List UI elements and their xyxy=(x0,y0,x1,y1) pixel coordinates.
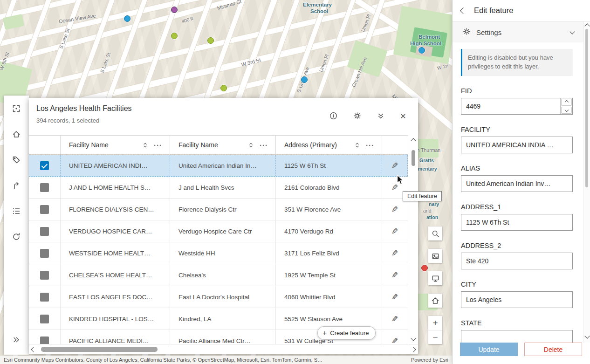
table-cell[interactable]: VERDUGO HOSPICE CAR… xyxy=(61,220,170,242)
table-cell[interactable]: United American Indian In… xyxy=(170,155,276,176)
edit-row-icon[interactable]: ✎ xyxy=(391,205,398,214)
back-icon[interactable] xyxy=(453,0,474,21)
column-menu-icon[interactable]: ··· xyxy=(366,141,374,149)
field-input-alias[interactable]: United American Indian Inv… xyxy=(461,175,573,192)
table-row[interactable]: VERDUGO HOSPICE CAR…Verdugo Hospice Care… xyxy=(29,220,408,242)
table-row[interactable]: EAST LOS ANGELES DOC…East LA Doctor's Ho… xyxy=(29,286,408,308)
stepper-up-icon[interactable] xyxy=(561,99,572,106)
map-point[interactable] xyxy=(207,37,214,44)
table-cell[interactable]: 2161 Colorado Blvd xyxy=(276,177,382,198)
collapse-panel-icon[interactable] xyxy=(377,112,384,120)
edit-row-icon[interactable]: ✎ xyxy=(391,227,398,236)
column-header[interactable]: Address (Primary)··· xyxy=(276,136,382,154)
create-feature-button[interactable]: + Create feature xyxy=(317,326,376,340)
stepper-down-icon[interactable] xyxy=(561,107,572,114)
field-input-address_2[interactable]: Ste 420 xyxy=(461,253,573,269)
search-icon[interactable] xyxy=(428,227,442,240)
sort-icon[interactable] xyxy=(354,142,360,148)
column-header[interactable]: Facility Name··· xyxy=(61,136,170,154)
screenshot-icon[interactable] xyxy=(428,249,442,263)
row-checkbox[interactable] xyxy=(40,161,49,170)
update-button[interactable]: Update xyxy=(460,343,518,356)
map-point[interactable] xyxy=(418,47,425,54)
table-cell[interactable]: J and L Health Svcs xyxy=(170,177,276,198)
monitor-icon[interactable] xyxy=(428,271,442,285)
horizontal-scroll-track[interactable] xyxy=(38,344,409,354)
map-point[interactable] xyxy=(301,76,308,83)
table-cell[interactable]: 4170 Verdugo Rd xyxy=(276,220,382,242)
panel-scrollbar[interactable] xyxy=(583,21,590,343)
tag-icon[interactable] xyxy=(8,151,25,168)
row-checkbox[interactable] xyxy=(40,337,49,344)
map-point[interactable] xyxy=(220,85,227,91)
table-row[interactable]: CHELSEA'S HOME HEALT…Chelsea's1925 W Tem… xyxy=(29,264,408,286)
field-input-fid[interactable]: 4469 xyxy=(461,98,573,115)
chevron-down-icon[interactable] xyxy=(569,29,575,34)
number-stepper[interactable] xyxy=(560,98,572,114)
edit-row-icon[interactable]: ✎ xyxy=(391,292,398,302)
table-cell[interactable]: East LA Doctor's Hospital xyxy=(170,286,276,308)
scroll-left-icon[interactable] xyxy=(29,344,38,354)
field-input-address_1[interactable]: 1125 W 6Th St xyxy=(461,214,573,231)
sort-icon[interactable] xyxy=(142,142,148,148)
table-cell[interactable]: EAST LOS ANGELES DOC… xyxy=(61,286,170,308)
table-cell[interactable]: Pacific Alliance Med Ctr… xyxy=(170,330,276,344)
scroll-down-icon[interactable] xyxy=(408,337,418,340)
map-point[interactable] xyxy=(171,33,178,39)
sort-icon[interactable] xyxy=(248,142,254,148)
panel-scroll-thumb[interactable] xyxy=(585,29,588,187)
settings-section-header[interactable]: Settings xyxy=(453,21,590,43)
edit-row-icon[interactable]: ✎ xyxy=(391,270,398,280)
field-input-city[interactable]: Los Angeles xyxy=(461,291,573,308)
table-cell[interactable]: UNITED AMERICAN INDI… xyxy=(61,155,170,176)
table-cell[interactable]: Westside HH xyxy=(170,242,276,264)
delete-button[interactable]: Delete xyxy=(524,343,582,356)
table-cell[interactable]: 3171 Los Feliz Blvd xyxy=(276,242,382,264)
zoom-to-selection-icon[interactable] xyxy=(8,100,25,117)
scroll-down-icon[interactable] xyxy=(584,333,590,338)
table-cell[interactable]: FLORENCE DIALYSIS CEN… xyxy=(61,199,170,220)
edit-row-icon[interactable]: ✎ xyxy=(391,161,398,171)
field-input-facility[interactable]: UNITED AMERICAN INDIA … xyxy=(461,137,573,153)
home-icon[interactable] xyxy=(8,126,25,143)
table-cell[interactable]: PACIFIC ALLIANCE MEDI… xyxy=(61,330,170,344)
map-point[interactable] xyxy=(171,7,178,13)
column-menu-icon[interactable]: ··· xyxy=(260,141,268,149)
table-cell[interactable]: Florence Dialysis Ctr xyxy=(170,199,276,220)
table-horizontal-scrollbar[interactable] xyxy=(29,344,418,354)
edit-row-icon[interactable]: ✎ xyxy=(391,336,398,344)
map-point[interactable] xyxy=(421,265,428,271)
map-point[interactable] xyxy=(124,15,130,22)
scroll-up-icon[interactable] xyxy=(584,23,590,28)
field-input-state[interactable] xyxy=(461,330,573,343)
horizontal-scroll-thumb[interactable] xyxy=(41,347,158,352)
row-checkbox[interactable] xyxy=(40,227,49,236)
column-menu-icon[interactable]: ··· xyxy=(154,141,162,149)
vertical-scroll-thumb[interactable] xyxy=(412,150,415,166)
directions-icon[interactable] xyxy=(8,177,25,194)
scroll-up-icon[interactable] xyxy=(408,139,418,143)
row-checkbox[interactable] xyxy=(40,293,49,302)
map-canvas[interactable]: Miramar StElementarySchoolOcean View Ave… xyxy=(0,0,452,364)
table-cell[interactable]: 4060 Whittier Blvd xyxy=(276,286,382,308)
table-row[interactable]: UNITED AMERICAN INDI…United American Ind… xyxy=(29,155,408,177)
table-cell[interactable]: KINDRED HOSPITAL - LOS… xyxy=(61,308,170,330)
table-cell[interactable]: Verdugo Hospice Care Ctr xyxy=(170,220,276,242)
row-checkbox[interactable] xyxy=(40,315,49,323)
scroll-right-icon[interactable] xyxy=(409,344,418,354)
row-checkbox[interactable] xyxy=(40,205,49,214)
table-cell[interactable]: 351 W Florence Ave xyxy=(276,199,382,220)
edit-row-icon[interactable]: ✎ xyxy=(391,248,398,258)
table-cell[interactable]: 1125 W 6Th St xyxy=(276,155,382,176)
list-icon[interactable] xyxy=(8,203,25,220)
settings-icon[interactable] xyxy=(353,112,361,120)
edit-row-icon[interactable]: ✎ xyxy=(391,314,398,324)
table-cell[interactable]: Kindred, LA xyxy=(170,308,276,330)
column-header[interactable]: Facility Name··· xyxy=(170,136,276,154)
home-icon[interactable] xyxy=(428,294,442,308)
row-checkbox[interactable] xyxy=(40,183,49,192)
table-row[interactable]: FLORENCE DIALYSIS CEN…Florence Dialysis … xyxy=(29,199,408,220)
expand-icon[interactable] xyxy=(8,331,25,348)
zoom-out-button[interactable]: − xyxy=(428,330,442,344)
refresh-icon[interactable] xyxy=(8,228,25,245)
